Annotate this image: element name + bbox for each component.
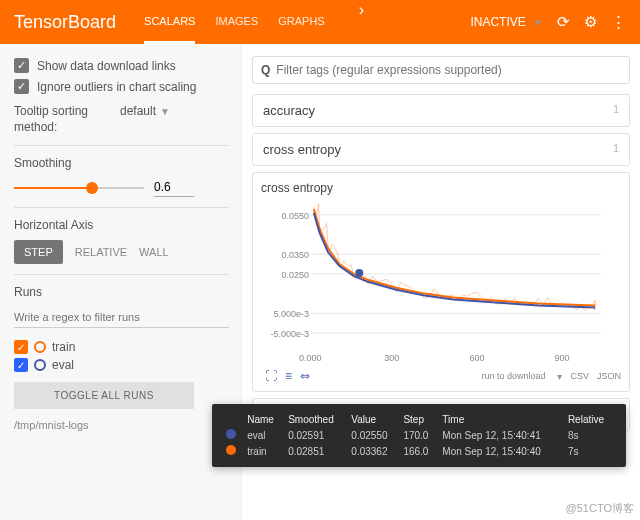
run-name: train (52, 340, 75, 354)
chart-tooltip: NameSmoothed ValueStep TimeRelative eval… (212, 404, 626, 467)
run-row-train: ✓ train (14, 340, 229, 354)
runs-label: Runs (14, 285, 229, 299)
horiz-relative-button[interactable]: RELATIVE (75, 246, 127, 258)
watermark: @51CTO博客 (566, 501, 634, 516)
runs-filter-input[interactable] (14, 307, 229, 328)
csv-link[interactable]: CSV (570, 371, 589, 381)
tooltip-sort-label: Tooltip sorting method: (14, 104, 104, 135)
tooltip-row: train0.02851 0.03362166.0 Mon Sep 12, 15… (222, 443, 616, 459)
divider (14, 145, 229, 146)
panel-cross-entropy[interactable]: cross entropy1 (252, 133, 630, 166)
search-icon: Q (261, 63, 270, 77)
divider (14, 274, 229, 275)
chevron-down-icon[interactable]: ▾ (557, 371, 562, 382)
horiz-axis-label: Horizontal Axis (14, 218, 229, 232)
tag-filter[interactable]: Q (252, 56, 630, 84)
chart-plot[interactable]: -5.000e-35.000e-30.02500.03500.05500.000… (261, 197, 601, 367)
tag-filter-input[interactable] (276, 63, 621, 77)
checkbox-icon: ✓ (14, 79, 29, 94)
ignore-outliers-row[interactable]: ✓Ignore outliers in chart scaling (14, 79, 229, 94)
show-downloads-row[interactable]: ✓Show data download links (14, 58, 229, 73)
panel-accuracy[interactable]: accuracy1 (252, 94, 630, 127)
horiz-wall-button[interactable]: WALL (139, 246, 169, 258)
svg-point-5 (355, 269, 363, 277)
settings-icon[interactable]: ⚙ (584, 13, 597, 31)
horiz-axis-buttons: STEP RELATIVE WALL (14, 240, 229, 264)
run-download-label: run to download (481, 371, 545, 381)
run-radio[interactable] (34, 359, 46, 371)
json-link[interactable]: JSON (597, 371, 621, 381)
sidebar: ✓Show data download links ✓Ignore outlie… (0, 44, 242, 520)
header-right: INACTIVE ▼ ⟳ ⚙ ⋮ (470, 13, 626, 31)
chart-card: cross entropy -5.000e-35.000e-30.02500.0… (252, 172, 630, 392)
run-checkbox[interactable]: ✓ (14, 340, 28, 354)
tooltip-table: NameSmoothed ValueStep TimeRelative eval… (222, 412, 616, 459)
smoothing-slider[interactable] (14, 181, 144, 195)
app-title: TensorBoard (14, 12, 116, 33)
tooltip-header-row: NameSmoothed ValueStep TimeRelative (222, 412, 616, 427)
show-downloads-label: Show data download links (37, 59, 176, 73)
header-tabs: SCALARS IMAGES GRAPHS › (144, 1, 364, 44)
reload-icon[interactable]: ⟳ (557, 13, 570, 31)
smoothing-label: Smoothing (14, 156, 229, 170)
horiz-step-button[interactable]: STEP (14, 240, 63, 264)
ignore-outliers-label: Ignore outliers in chart scaling (37, 80, 196, 94)
smoothing-input[interactable] (154, 178, 194, 197)
inactive-dropdown[interactable]: INACTIVE ▼ (470, 15, 543, 29)
log-path: /tmp/mnist-logs (14, 419, 229, 431)
chart-svg (311, 201, 601, 351)
dots-icon[interactable]: ⋮ (611, 13, 626, 31)
divider (14, 207, 229, 208)
chart-controls: ⛶ ≡ ⇔ run to download ▾ CSV JSON (261, 369, 621, 383)
tooltip-row: eval0.02591 0.02550170.0 Mon Sep 12, 15:… (222, 427, 616, 443)
tooltip-sort-row: Tooltip sorting method: default▼ (14, 104, 229, 135)
list-icon[interactable]: ≡ (285, 369, 292, 383)
run-row-eval: ✓ eval (14, 358, 229, 372)
checkbox-icon: ✓ (14, 58, 29, 73)
app-header: TensorBoard SCALARS IMAGES GRAPHS › INAC… (0, 0, 640, 44)
run-checkbox[interactable]: ✓ (14, 358, 28, 372)
run-name: eval (52, 358, 74, 372)
resize-icon[interactable]: ⇔ (300, 369, 310, 383)
toggle-all-runs-button[interactable]: TOGGLE ALL RUNS (14, 382, 194, 409)
series-dot-icon (226, 429, 236, 439)
tabs-overflow-icon[interactable]: › (359, 1, 364, 44)
smoothing-row (14, 178, 229, 197)
tab-images[interactable]: IMAGES (215, 1, 258, 44)
run-radio[interactable] (34, 341, 46, 353)
tooltip-sort-select[interactable]: default▼ (120, 104, 170, 118)
expand-icon[interactable]: ⛶ (265, 369, 277, 383)
tab-scalars[interactable]: SCALARS (144, 1, 195, 44)
chart-title: cross entropy (261, 181, 621, 195)
tab-graphs[interactable]: GRAPHS (278, 1, 324, 44)
series-dot-icon (226, 445, 236, 455)
